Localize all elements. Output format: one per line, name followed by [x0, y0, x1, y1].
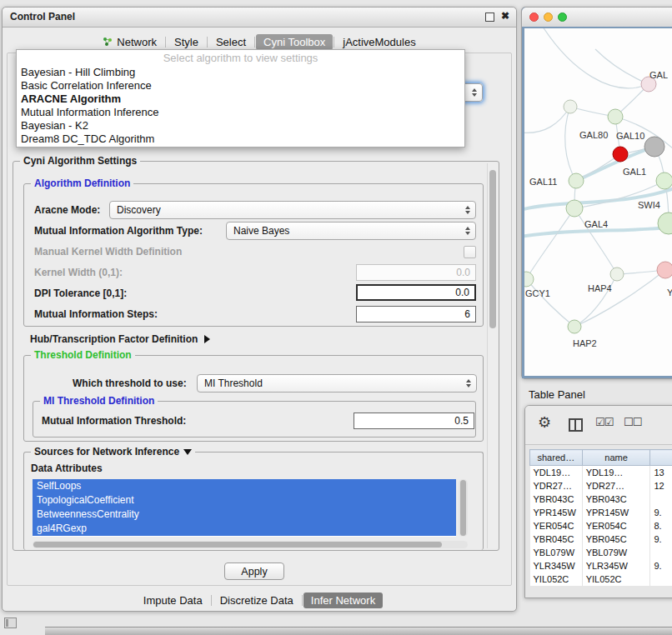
close-traffic-light-icon[interactable]: [529, 12, 539, 22]
dropdown-placeholder: Select algorithm to view settings: [17, 50, 464, 66]
hub-definition-expander[interactable]: Hub/Transcription Factor Definition: [30, 333, 210, 345]
tab-label: Style: [174, 36, 198, 48]
table-row[interactable]: YDL19…YDL19…13: [530, 466, 672, 480]
tab-separator: [207, 37, 208, 48]
table-cell: [650, 546, 672, 559]
float-window-icon[interactable]: [485, 12, 494, 22]
minimize-traffic-light-icon[interactable]: [544, 12, 553, 22]
network-view-window: GALGAL80GAL10GAL11GAL1SWI4GAL4GCY1HAP4HA…: [521, 7, 672, 379]
scrollbar-thumb[interactable]: [460, 480, 466, 536]
tab-jactivemodules[interactable]: jActiveModules: [335, 34, 423, 50]
attribute-item-betweennesscentrality[interactable]: BetweennessCentrality: [33, 508, 456, 522]
table-row[interactable]: YLR345WYLR345W9.: [530, 559, 672, 572]
tab-label: Infer Network: [311, 594, 375, 607]
sources-expander[interactable]: Sources for Network Inference: [31, 446, 195, 458]
network-node[interactable]: [658, 212, 672, 234]
tab-select[interactable]: Select: [208, 34, 253, 50]
which-threshold-value: MI Threshold: [198, 375, 476, 392]
network-node[interactable]: [610, 268, 624, 281]
sources-group: Sources for Network Inference Data Attri…: [23, 452, 484, 550]
scrollbar-thumb[interactable]: [33, 542, 442, 548]
zoom-traffic-light-icon[interactable]: [558, 12, 567, 22]
table-cell: YDR27…: [582, 479, 650, 492]
network-node[interactable]: [644, 137, 664, 157]
column-header-blank[interactable]: [650, 450, 672, 466]
network-node[interactable]: [569, 173, 584, 188]
column-header-shared[interactable]: shared…: [530, 450, 583, 466]
algorithm-option-dream8-dc-tdc-algorithm[interactable]: Dream8 DC_TDC Algorithm: [17, 132, 464, 146]
mi-threshold-field[interactable]: [354, 412, 474, 429]
algorithm-option-bayesian-k2[interactable]: Bayesian - K2: [17, 119, 464, 132]
columns-icon[interactable]: [569, 418, 583, 432]
column-header-name[interactable]: name: [582, 450, 650, 466]
table-row[interactable]: YIL052CYIL052C: [530, 572, 672, 586]
network-node[interactable]: [568, 320, 581, 333]
select-columns-icon[interactable]: ☑☑: [595, 416, 613, 428]
settings-vscrollbar[interactable]: [487, 163, 498, 548]
attribute-item-selfloops[interactable]: SelfLoops: [33, 479, 456, 493]
table-cell: 9.: [650, 532, 672, 546]
mi-steps-field[interactable]: [356, 306, 476, 322]
manual-kernel-label: Manual Kernel Width Definition: [34, 242, 182, 261]
apply-button[interactable]: Apply: [224, 562, 284, 580]
algorithm-option-bayesian-hill-climbing[interactable]: Bayesian - Hill Climbing: [17, 66, 464, 79]
algorithm-option-basic-correlation-inference[interactable]: Basic Correlation Inference: [17, 79, 464, 92]
attribute-list: SelfLoopsTopologicalCoefficientBetweenne…: [33, 479, 456, 537]
dpi-tolerance-field[interactable]: [356, 284, 476, 301]
kernel-width-label: Kernel Width (0,1):: [34, 263, 123, 282]
aracne-mode-select[interactable]: Discovery: [109, 201, 476, 219]
network-node[interactable]: [564, 100, 577, 113]
tab-infer-network[interactable]: Infer Network: [303, 592, 383, 608]
control-panel-titlebar[interactable]: Control Panel ✖: [3, 8, 516, 28]
tab-discretize-data[interactable]: Discretize Data: [213, 592, 301, 608]
tab-network[interactable]: Network: [95, 34, 164, 50]
table-row[interactable]: YBR043CYBR043C: [530, 492, 672, 506]
node-label-gal80: GAL80: [579, 130, 608, 140]
table-cell: [650, 572, 672, 586]
gear-icon[interactable]: ⚙: [538, 413, 551, 432]
attribute-item-gal4rgexp[interactable]: gal4RGexp: [33, 522, 456, 536]
algorithm-option-aracne-algorithm[interactable]: ARACNE Algorithm: [17, 92, 464, 106]
deselect-columns-icon[interactable]: ☐☐: [624, 416, 641, 428]
table-row[interactable]: YPR145WYPR145W9.: [530, 506, 672, 519]
tab-cyni-toolbox[interactable]: Cyni Toolbox: [256, 34, 333, 50]
close-window-icon[interactable]: ✖: [501, 10, 509, 22]
table-cell: YDL19…: [582, 466, 650, 480]
table-row[interactable]: YBR045CYBR045C9.: [530, 532, 672, 546]
network-node[interactable]: [613, 147, 628, 162]
table-panel-title: Table Panel: [529, 388, 585, 401]
panel-toggle-icon[interactable]: [4, 618, 17, 628]
table-cell: 9.: [650, 506, 672, 519]
bottom-panel-edge[interactable]: [45, 627, 672, 635]
network-node[interactable]: [657, 262, 672, 278]
expand-arrow-icon: [204, 335, 210, 343]
kernel-width-field[interactable]: [356, 264, 476, 281]
attribute-list-hscrollbar[interactable]: [33, 541, 468, 548]
node-label-hap2: HAP2: [573, 338, 597, 348]
aracne-mode-value: Discovery: [110, 202, 475, 218]
table-row[interactable]: YER054CYER054C8.: [530, 519, 672, 532]
table-cell: YDL19…: [530, 466, 583, 480]
algorithm-option-mutual-information-inference[interactable]: Mutual Information Inference: [17, 106, 464, 119]
tab-impute-data[interactable]: Impute Data: [136, 592, 210, 608]
scrollbar-thumb[interactable]: [489, 170, 496, 328]
network-node[interactable]: [656, 172, 672, 189]
network-node[interactable]: [524, 272, 534, 287]
network-node[interactable]: [608, 109, 623, 124]
hub-definition-label: Hub/Transcription Factor Definition: [30, 333, 198, 345]
attribute-list-vscrollbar[interactable]: [459, 479, 468, 537]
mi-type-select[interactable]: Naive Bayes: [226, 222, 476, 240]
algorithm-options-list: Bayesian - Hill ClimbingBasic Correlatio…: [17, 66, 464, 146]
network-window-titlebar[interactable]: [522, 8, 672, 28]
node-label-gal10: GAL10: [616, 131, 644, 141]
which-threshold-select[interactable]: MI Threshold: [197, 374, 477, 392]
network-canvas[interactable]: GALGAL80GAL10GAL11GAL1SWI4GAL4GCY1HAP4HA…: [524, 28, 672, 376]
table-row[interactable]: YBL079WYBL079W: [530, 546, 672, 559]
network-node[interactable]: [566, 200, 583, 217]
sources-label: Sources for Network Inference: [34, 446, 179, 458]
window-title: Control Panel: [10, 11, 75, 22]
manual-kernel-checkbox[interactable]: [464, 246, 476, 258]
attribute-item-topologicalcoefficient[interactable]: TopologicalCoefficient: [33, 493, 456, 508]
table-row[interactable]: YDR27…YDR27…12: [530, 479, 672, 492]
tab-style[interactable]: Style: [167, 34, 206, 50]
